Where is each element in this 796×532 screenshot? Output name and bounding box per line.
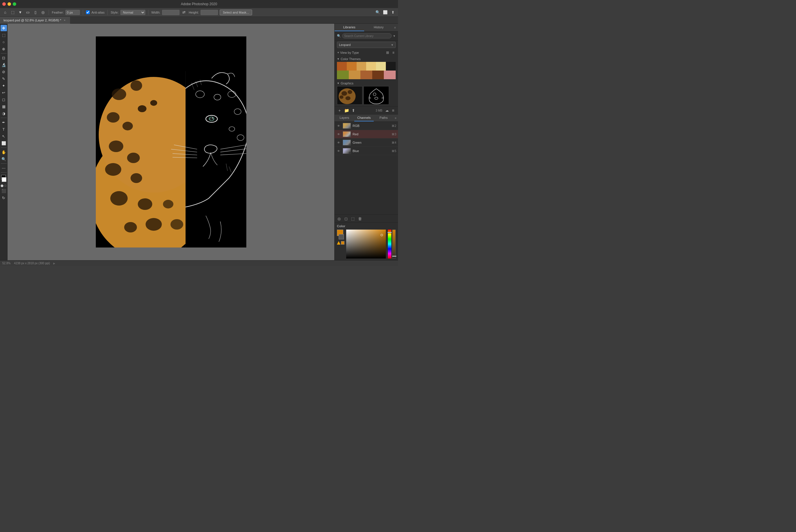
share-icon[interactable]: ⬆	[390, 10, 396, 15]
feather-input[interactable]	[66, 10, 80, 15]
alpha-slider[interactable]	[392, 230, 396, 259]
background-swatch[interactable]	[339, 234, 344, 240]
svg-point-10	[130, 173, 142, 183]
move-tool[interactable]: ✥	[1, 25, 7, 31]
crop-tool[interactable]: ⊡	[1, 55, 7, 61]
libraries-tab[interactable]: Libraries	[334, 24, 364, 31]
tool-sep-4	[1, 163, 7, 164]
channel-row-green[interactable]: 👁 Green ⌘4	[334, 138, 398, 147]
search-dropdown-icon[interactable]: ▼	[393, 34, 396, 38]
layers-tab[interactable]: Layers	[334, 114, 354, 121]
history-tab[interactable]: History	[364, 24, 394, 31]
maximize-button[interactable]	[13, 2, 16, 6]
zoom-tool[interactable]: 🔍	[1, 156, 7, 162]
target-icon[interactable]: ◎	[40, 10, 46, 15]
eyedropper-tool[interactable]: 🔬	[1, 62, 7, 68]
load-selection-icon[interactable]: ◎	[336, 216, 342, 221]
channel-row-blue[interactable]: 👁 Blue ⌘5	[334, 147, 398, 155]
color-swatch-1-2[interactable]	[347, 62, 357, 71]
type-tool[interactable]: T	[1, 126, 7, 132]
marquee-tool[interactable]: ⬚	[1, 32, 7, 38]
swap-dimensions-icon[interactable]: ⇄	[181, 10, 187, 15]
visibility-icon-green[interactable]: 👁	[336, 140, 341, 145]
color-swatch-1-4[interactable]	[366, 62, 376, 71]
list-view-icon[interactable]: ≡	[391, 50, 396, 55]
library-dropdown[interactable]: Leopard ▼	[337, 42, 396, 48]
screen-mode-icon[interactable]: ⬜	[382, 10, 388, 15]
close-button[interactable]	[2, 2, 6, 6]
save-selection-icon[interactable]: ◻	[343, 216, 348, 221]
select-and-mask-button[interactable]: Select and Mask...	[220, 10, 252, 15]
visibility-icon-blue[interactable]: 👁	[336, 149, 341, 153]
extra-tool[interactable]: ⋯	[1, 165, 7, 171]
gradient-tool[interactable]: ▦	[1, 103, 7, 110]
pen-tool[interactable]: ✒	[1, 119, 7, 126]
color-gradient-box[interactable]	[346, 230, 386, 259]
upload-button[interactable]: ⬆	[351, 108, 356, 113]
background-color[interactable]	[2, 177, 6, 182]
visibility-icon-red[interactable]: 👁	[336, 132, 341, 136]
panel-menu-button[interactable]: ≡	[391, 108, 396, 113]
delete-channel-icon[interactable]: 🗑	[357, 216, 362, 221]
paths-tab[interactable]: Paths	[374, 114, 393, 121]
spot-heal-tool[interactable]: ⊘	[1, 69, 7, 75]
cloud-sync-icon[interactable]: ☁	[385, 109, 389, 112]
view-type-button[interactable]: ▼ View by Type	[337, 51, 359, 54]
svg-point-23	[212, 117, 213, 118]
color-swatch-1-3[interactable]	[357, 62, 366, 71]
single-row-icon[interactable]: ▯	[32, 10, 38, 15]
screen-mode-toggle[interactable]: □	[4, 184, 7, 187]
home-icon[interactable]: ⌂	[2, 10, 8, 15]
screen-toggle[interactable]: ⬛	[1, 188, 7, 194]
height-input[interactable]	[201, 10, 218, 15]
panel-menu-icon[interactable]: ≡	[393, 24, 398, 31]
grid-view-icon[interactable]: ⊞	[385, 50, 390, 55]
color-swatch-2-5[interactable]	[384, 71, 396, 79]
eraser-tool[interactable]: ◻	[1, 96, 7, 103]
hue-slider[interactable]	[388, 230, 391, 259]
rotation-tool[interactable]: ↻	[1, 195, 7, 201]
document-tab[interactable]: leopard.psd @ 52.8% (Layer 2, RGB/8) * ×	[0, 17, 70, 24]
marquee-options-icon[interactable]: ▼	[17, 10, 23, 15]
search-icon[interactable]: 🔍	[375, 10, 381, 15]
channel-row-rgb[interactable]: 👁 RGB ⌘2	[334, 122, 398, 130]
hand-tool[interactable]: ✋	[1, 149, 7, 155]
search-input[interactable]	[342, 33, 392, 38]
graphic-thumb-1[interactable]	[337, 86, 362, 104]
color-swatch-1-6[interactable]	[386, 62, 396, 71]
canvas-area[interactable]	[7, 24, 334, 260]
channels-tab[interactable]: Channels	[354, 114, 374, 121]
lasso-tool[interactable]: ○	[1, 39, 7, 45]
color-themes-header[interactable]: ▼ Color Themes	[337, 57, 396, 61]
color-swatch-1-1[interactable]	[337, 62, 347, 71]
color-swatch-1-5[interactable]	[376, 62, 386, 71]
shape-tool[interactable]: ⬜	[1, 140, 7, 146]
add-library-item-button[interactable]: +	[337, 108, 342, 113]
color-swatch-2-4[interactable]	[372, 71, 384, 79]
path-select-tool[interactable]: ↖	[1, 133, 7, 139]
close-tab-button[interactable]: ×	[63, 19, 67, 22]
color-picker-area[interactable]	[346, 230, 396, 259]
style-select[interactable]: Normal Fixed Ratio Fixed Size	[121, 10, 145, 15]
marquee-tool-icon[interactable]: ⬚	[10, 10, 16, 15]
graphics-header[interactable]: ▼ Graphics	[337, 81, 396, 85]
single-col-icon[interactable]: ▭	[25, 10, 31, 15]
new-channel-icon[interactable]: ⬚	[350, 216, 356, 221]
lcp-panel-menu-icon[interactable]: ≡	[393, 114, 398, 121]
anti-alias-checkbox[interactable]	[86, 11, 90, 14]
visibility-icon-rgb[interactable]: 👁	[336, 124, 341, 128]
channel-row-red[interactable]: 👁 Red ⌘3	[334, 130, 398, 138]
color-swatch-2-1[interactable]	[337, 71, 349, 79]
quick-mask-mode[interactable]: ⬤	[1, 184, 3, 187]
color-swatch-2-3[interactable]	[360, 71, 372, 79]
stamp-tool[interactable]: ✦	[1, 82, 7, 89]
minimize-button[interactable]	[7, 2, 11, 6]
graphic-thumb-2[interactable]	[364, 86, 389, 104]
color-swatch-2-2[interactable]	[349, 71, 361, 79]
history-brush-tool[interactable]: ↩	[1, 89, 7, 96]
create-folder-button[interactable]: 📁	[344, 108, 349, 113]
dodge-tool[interactable]: ◑	[1, 110, 7, 116]
width-input[interactable]	[162, 10, 179, 15]
quick-select-tool[interactable]: ⊕	[1, 46, 7, 52]
brush-tool[interactable]: ✎	[1, 75, 7, 82]
